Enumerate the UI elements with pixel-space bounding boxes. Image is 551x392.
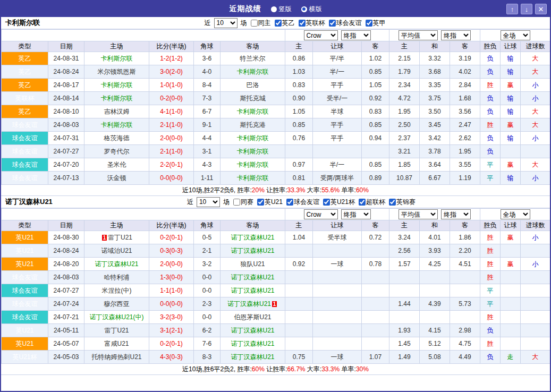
league-filter-checkbox-input[interactable]	[323, 199, 330, 206]
result-cell: 胜	[480, 271, 501, 284]
result-text: 胜	[487, 340, 494, 347]
result-text: 输	[507, 134, 514, 142]
home-odds-cell: 0.97	[285, 158, 313, 172]
league-filter-label: 英U21	[265, 198, 283, 207]
goals-cell	[521, 324, 550, 337]
average-select[interactable]: 平均值	[399, 209, 438, 219]
summary-stats: 近10场,胜6平2负2, 胜率:60% 让胜率:66.7% 大率:33.3% 单…	[1, 364, 550, 375]
score-cell: 1-1(1-0)	[149, 284, 194, 297]
match-count-select[interactable]: 10	[197, 197, 220, 207]
summary-segment: 33.3%	[287, 186, 305, 194]
league-filter-checkbox[interactable]: 超联杯	[359, 198, 385, 207]
handicap-cell	[313, 145, 362, 158]
final-odds-select-2[interactable]: 终指	[441, 209, 471, 219]
column-header: 主场	[84, 41, 149, 52]
goals-cell: 大	[521, 158, 550, 172]
team-name-text: 米涅拉(中)	[102, 287, 132, 294]
home-odds-cell: 0.85	[285, 118, 313, 132]
league-filter-checkbox-input[interactable]	[275, 20, 282, 27]
league-filter-checkbox[interactable]: 英U21杯	[323, 198, 355, 207]
results-table: Crow终指平均值终指全场类型日期主场比分(半场)角球客场主让球客主和客胜负让球…	[1, 208, 550, 364]
league-filter-label: 英U21杯	[330, 198, 355, 207]
close-button[interactable]: ✕	[535, 4, 547, 14]
same-filter-checkbox-input[interactable]	[251, 20, 258, 27]
league-filter-checkbox[interactable]: 英联杯	[299, 19, 325, 28]
final-odds-select-2[interactable]: 终指	[441, 30, 471, 40]
result-text: 大	[532, 55, 539, 62]
odds-company-select[interactable]: Crow	[304, 209, 338, 219]
summary-segment: 66.7%	[287, 365, 305, 373]
league-filter-checkbox-input[interactable]	[359, 199, 366, 206]
odds-company-select[interactable]: Crow	[304, 30, 338, 40]
same-filter-label: 同赛	[241, 198, 253, 207]
match-count-select[interactable]: 10	[214, 18, 238, 28]
avg-home-odds-cell: 1.85	[389, 158, 420, 172]
league-filter-checkbox-input[interactable]	[286, 199, 293, 206]
away-odds-cell	[362, 297, 389, 311]
avg-away-odds-cell: 2.20	[450, 244, 480, 258]
league-filter-checkbox[interactable]: 英U21	[257, 198, 283, 207]
same-filter-checkbox[interactable]: 同主	[251, 19, 271, 28]
league-filter-checkbox[interactable]: 英锦赛	[389, 198, 416, 207]
league-filter-label: 球会友谊	[336, 19, 362, 28]
corner-cell: 6-7	[194, 105, 221, 118]
corner-cell: 7-3	[194, 92, 221, 105]
section-team-name: 卡利斯尔联	[1, 18, 40, 28]
summary-segment: 60%	[252, 365, 265, 373]
same-filter-checkbox[interactable]: 同赛	[233, 198, 253, 207]
league-filter-checkbox[interactable]: 英乙	[275, 19, 295, 28]
handicap-cell: 一球	[313, 258, 362, 271]
avg-home-odds-cell: 2.50	[389, 118, 420, 132]
away-odds-cell	[362, 271, 389, 284]
scroll-down-button[interactable]: ↓	[521, 4, 532, 14]
result-text: 赢	[507, 121, 514, 129]
final-odds-select[interactable]: 终指	[341, 30, 371, 40]
league-type-cell: 英U21	[2, 244, 48, 258]
home-odds-cell: 1.03	[285, 65, 313, 79]
team-name-text: 卡利斯尔联	[101, 55, 133, 62]
date-cell: 24-07-13	[48, 172, 84, 185]
radio-selected-icon	[301, 6, 307, 12]
home-team-cell: 米涅拉(中)	[84, 284, 149, 297]
corner-cell: 6-2	[194, 324, 221, 337]
league-filter-checkbox[interactable]: 球会友谊	[329, 19, 362, 28]
team-name-text: 穆尔西亚	[104, 300, 130, 308]
column-header: 比分(半场)	[149, 220, 194, 231]
league-filter-checkbox[interactable]: 英甲	[366, 19, 386, 28]
layout-horizontal-radio[interactable]: 横版	[301, 5, 322, 14]
away-team-cell: 狼队U21	[221, 258, 285, 271]
score-cell: 3-1(2-1)	[149, 324, 194, 337]
handicap-result-cell	[501, 297, 521, 311]
team-name-text: 斯托克港	[240, 121, 266, 129]
home-team-cell: 1雷丁U21	[84, 231, 149, 244]
final-odds-select[interactable]: 终指	[341, 209, 371, 219]
league-filter-checkbox-input[interactable]	[389, 199, 396, 206]
avg-draw-odds-cell: 4.39	[420, 297, 450, 311]
summary-segment: 大率:	[306, 186, 322, 194]
away-odds-cell	[362, 337, 389, 351]
column-header: 让球	[313, 220, 362, 231]
scope-select[interactable]: 全场	[501, 209, 530, 219]
layout-vertical-radio[interactable]: 竖版	[271, 5, 292, 14]
avg-home-odds-cell: 3.21	[389, 145, 420, 158]
column-header: 类型	[2, 41, 48, 52]
avg-draw-odds-cell: 5.08	[420, 351, 450, 364]
column-header: 和	[420, 41, 450, 52]
average-select[interactable]: 平均值	[399, 30, 438, 40]
league-filter-checkbox-input[interactable]	[329, 20, 336, 27]
league-filter-checkbox-input[interactable]	[299, 20, 306, 27]
column-header: 客场	[221, 220, 285, 231]
league-filter-checkbox-input[interactable]	[366, 20, 372, 27]
result-cell: 负	[480, 324, 501, 337]
same-filter-checkbox-input[interactable]	[233, 199, 240, 206]
avg-draw-odds-cell: 3.42	[420, 132, 450, 145]
scope-select[interactable]: 全场	[501, 30, 530, 40]
result-cell: 胜	[480, 118, 501, 132]
league-filter-checkbox-input[interactable]	[257, 199, 264, 206]
avg-away-odds-cell: 3.56	[450, 105, 480, 118]
avg-home-odds-cell: 2.34	[389, 79, 420, 92]
league-filter-checkbox[interactable]: 球会友谊	[286, 198, 319, 207]
scroll-up-button[interactable]: ↑	[506, 4, 518, 14]
home-team-cell: 卡利斯尔联	[84, 92, 149, 105]
result-text: 大	[532, 108, 539, 115]
